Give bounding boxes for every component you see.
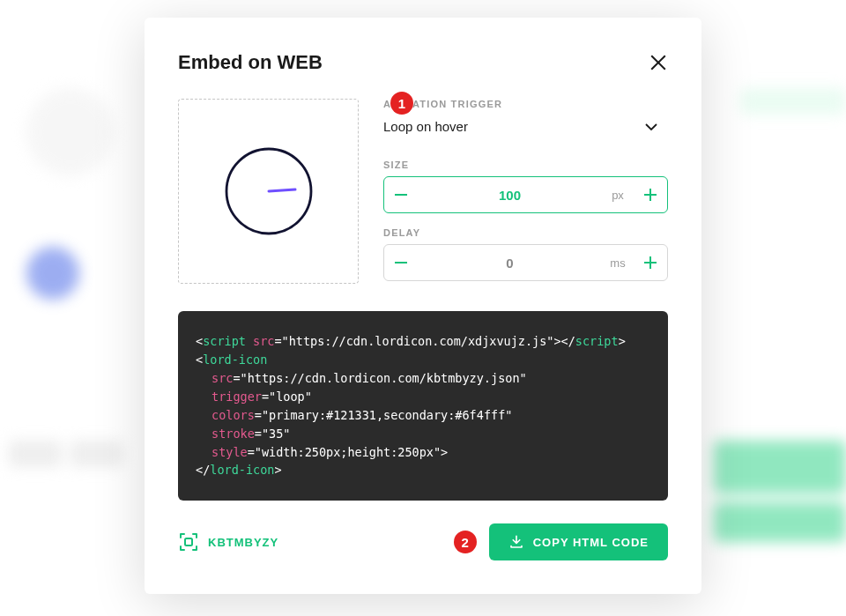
close-button[interactable] <box>649 53 668 72</box>
code-line: <lord-icon <box>196 351 650 369</box>
animation-trigger-value: Loop on hover <box>383 119 468 134</box>
step-badge-1: 1 <box>390 92 413 115</box>
size-decrement-button[interactable] <box>384 177 418 212</box>
delay-stepper: 0 ms <box>383 244 668 281</box>
plus-icon <box>644 189 657 201</box>
code-line: style="width:250px;height:250px"> <box>196 443 650 462</box>
svg-rect-8 <box>185 538 192 545</box>
delay-increment-button[interactable] <box>634 245 667 280</box>
embed-modal: Embed on WEB 1 ANIMATION TRIGGER Loop on… <box>145 18 701 594</box>
copy-html-button[interactable]: COPY HTML CODE <box>489 523 668 560</box>
plus-icon <box>644 256 657 269</box>
minus-icon <box>395 262 407 263</box>
scan-copy-icon <box>178 531 199 553</box>
animation-trigger-label: ANIMATION TRIGGER <box>383 99 668 109</box>
svg-rect-4 <box>644 194 657 196</box>
minus-icon <box>395 194 407 196</box>
download-icon <box>508 534 524 550</box>
size-value[interactable]: 100 <box>418 177 602 212</box>
code-line: colors="primary:#121331,secondary:#6f4ff… <box>196 406 650 425</box>
size-increment-button[interactable] <box>634 177 667 212</box>
code-line: src="https://cdn.lordicon.com/kbtmbyzy.j… <box>196 369 650 388</box>
svg-rect-7 <box>644 262 657 263</box>
delay-unit: ms <box>602 245 634 280</box>
svg-line-1 <box>269 189 295 191</box>
icon-id-text: KBTMBYZY <box>208 536 278 549</box>
size-stepper: 100 px <box>383 176 668 213</box>
svg-rect-5 <box>395 262 407 263</box>
code-snippet[interactable]: <script src="https://cdn.lordicon.com/xd… <box>178 311 668 501</box>
svg-rect-2 <box>395 194 407 196</box>
copy-button-label: COPY HTML CODE <box>533 536 649 549</box>
icon-preview <box>178 99 359 284</box>
delay-decrement-button[interactable] <box>384 245 418 280</box>
code-line: </lord-icon> <box>196 461 650 479</box>
icon-id[interactable]: KBTMBYZY <box>178 531 278 553</box>
delay-value[interactable]: 0 <box>418 245 602 280</box>
step-badge-2: 2 <box>454 531 477 553</box>
modal-header: Embed on WEB <box>178 51 668 74</box>
size-label: SIZE <box>383 160 668 170</box>
animation-trigger-select[interactable]: Loop on hover <box>383 115 668 145</box>
chevron-down-icon <box>645 123 657 130</box>
controls-panel: 1 ANIMATION TRIGGER Loop on hover SIZE 1… <box>383 99 668 295</box>
size-unit: px <box>602 177 634 212</box>
clock-icon <box>225 147 313 235</box>
code-line: stroke="35" <box>196 425 650 443</box>
modal-title: Embed on WEB <box>178 51 323 74</box>
code-line: <script src="https://cdn.lordicon.com/xd… <box>196 332 650 351</box>
modal-footer: KBTMBYZY 2 COPY HTML CODE <box>178 523 668 560</box>
code-line: trigger="loop" <box>196 388 650 406</box>
delay-label: DELAY <box>383 227 668 238</box>
